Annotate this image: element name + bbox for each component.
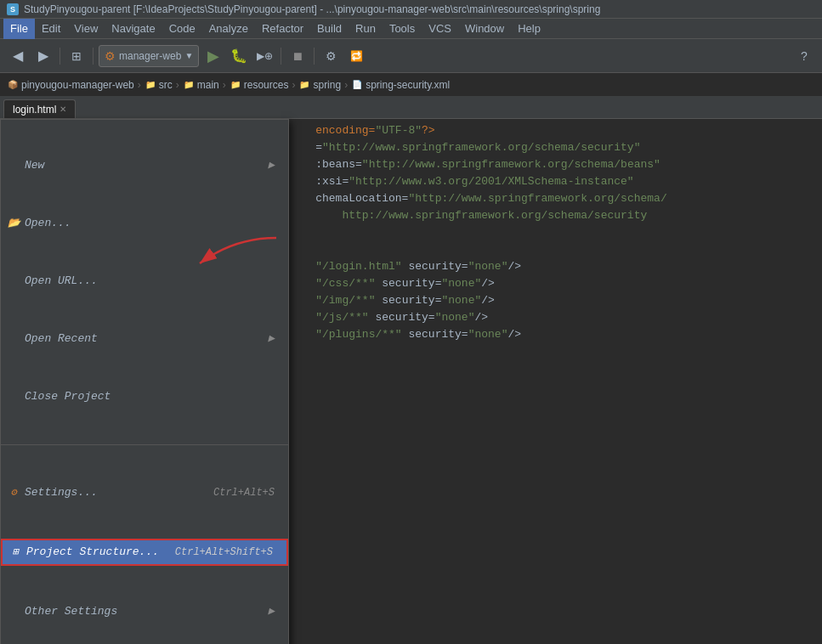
code-line: :beans="http://www.springframework.org/s… [289,156,822,173]
code-line: :xsi="http://www.w3.org/2001/XMLSchema-i… [289,173,822,190]
line-content: ="http://www.springframework.org/schema/… [289,139,815,156]
breadcrumb-src-label: src [159,79,173,91]
src-icon: 📁 [145,79,156,91]
toolbar-sep-3 [281,48,281,65]
debug-button[interactable]: 🐛 [228,45,250,67]
menu-other-settings[interactable]: Other Settings ▶ [1,600,288,624]
menu-bar: File Edit View Navigate Code Analyze Ref… [0,19,822,39]
run-config-icon: ⚙ [105,49,116,63]
project-structure-icon: ⊞ [8,544,23,561]
menu-other-settings-label: Other Settings [25,603,117,620]
breadcrumb-src[interactable]: 📁 src [145,79,173,91]
sep4: › [292,79,295,91]
code-line: "/login.html" security="none"/> [289,258,822,275]
menu-project-structure-label: Project Structure... [26,544,159,561]
breadcrumb-file[interactable]: 📄 spring-security.xml [351,79,450,91]
menu-refactor[interactable]: Refactor [255,19,310,39]
toolbar: ◀ ▶ ⊞ ⚙ manager-web ▼ ▶ 🐛 ▶⊕ ⏹ ⚙ 🔁 ? [0,39,822,73]
menu-edit[interactable]: Edit [35,19,67,39]
menu-open-label: Open... [25,215,71,232]
toolbar-sep-2 [93,48,94,65]
line-content: New ▶ 📂 Open... Open URL... Open Recent … [289,360,815,445]
xml-icon: 📄 [351,79,363,91]
tab-login[interactable]: login.html ✕ [3,99,76,118]
settings-button[interactable]: ⚙ [320,45,342,67]
menu-open-url[interactable]: Open URL... [1,269,288,293]
stop-button[interactable]: ⏹ [286,45,309,67]
vcs-button[interactable]: 🔁 [345,45,367,67]
breadcrumb-main[interactable]: 📁 main [183,79,219,91]
menu-code[interactable]: Code [162,19,202,39]
module-icon: 📦 [7,79,19,91]
code-line [289,343,822,360]
menu-close-project-label: Close Project [25,388,111,405]
menu-new-label: New [25,157,44,174]
breadcrumb-resources-label: resources [244,79,289,91]
coverage-button[interactable]: ▶⊕ [253,45,275,67]
breadcrumb-resources[interactable]: 📁 resources [230,79,289,91]
menu-open[interactable]: 📂 Open... [1,212,288,235]
menu-open-recent[interactable]: Open Recent ▶ [1,327,288,351]
menu-project-structure[interactable]: ⊞ Project Structure... Ctrl+Alt+Shift+S [1,539,288,566]
menu-tools[interactable]: Tools [383,19,422,39]
menu-file[interactable]: File [3,19,35,39]
code-line: "/css/**" security="none"/> [289,275,822,292]
menu-window[interactable]: Window [458,19,511,39]
line-content: "/img/**" security="none"/> [289,292,815,309]
menu-navigate[interactable]: Navigate [105,19,162,39]
code-editor[interactable]: encoding="UTF-8"?> ="http://www.springfr… [0,119,822,644]
breadcrumb-pinyougou[interactable]: 📦 pinyougou-manager-web [7,79,134,91]
sep5: › [344,79,348,91]
folder-icon: 📂 [6,215,21,232]
breadcrumb-bar: 📦 pinyougou-manager-web › 📁 src › 📁 main… [0,73,822,97]
menu-settings[interactable]: ⚙ Settings... Ctrl+Alt+S [1,481,288,505]
menu-build[interactable]: Build [310,19,349,39]
main-area: encoding="UTF-8"?> ="http://www.springfr… [0,119,822,644]
arrow-icon: ▶ [268,157,275,174]
breadcrumb-module: pinyougou-manager-web [21,79,134,91]
run-config-dropdown[interactable]: ⚙ manager-web ▼ [99,45,199,67]
menu-open-url-label: Open URL... [25,273,98,290]
settings-icon: ⚙ [6,484,21,501]
run-config-arrow: ▼ [184,51,193,60]
forward-button[interactable]: ▶ [32,45,54,67]
code-line: chemaLocation="http://www.springframewor… [289,190,822,207]
menu-vcs[interactable]: VCS [422,19,458,39]
sep1: › [138,79,141,91]
title-text: StudyPinyougou-parent [F:\IdeaProjects\S… [24,3,600,15]
tab-close-icon[interactable]: ✕ [60,105,66,114]
project-structure-shortcut: Ctrl+Alt+Shift+S [175,544,273,561]
line-content: encoding="UTF-8"?> [289,122,815,139]
menu-new[interactable]: New ▶ [1,154,288,178]
code-line: "/js/**" security="none"/> [289,309,822,326]
menu-help[interactable]: Help [511,19,547,39]
line-content: chemaLocation="http://www.springframewor… [289,190,815,207]
spring-icon: 📁 [298,79,310,91]
code-line [289,241,822,258]
toolbar-sep-4 [314,48,315,65]
code-line: "/img/**" security="none"/> [289,292,822,309]
recentfiles-button[interactable]: ⊞ [65,45,88,67]
run-config-label: manager-web [119,50,181,62]
help-button[interactable]: ? [793,45,815,67]
menu-run[interactable]: Run [349,19,383,39]
line-content: http://www.springframework.org/schema/se… [289,207,815,224]
run-button[interactable]: ▶ [202,45,224,67]
code-line: "/plugins/**" security="none"/> [289,326,822,343]
line-content: :xsi="http://www.w3.org/2001/XMLSchema-i… [289,173,815,190]
breadcrumb-spring[interactable]: 📁 spring [298,79,341,91]
main-icon: 📁 [183,79,195,91]
app-icon: S [7,3,19,15]
menu-close-project[interactable]: Close Project [1,385,288,409]
code-line: http://www.springframework.org/schema/se… [289,207,822,224]
back-button[interactable]: ◀ [7,45,29,67]
code-line [289,224,822,241]
line-content: "/plugins/**" security="none"/> [289,326,815,343]
menu-analyze[interactable]: Analyze [202,19,255,39]
line-content: "/login.html" security="none"/> [289,258,815,275]
breadcrumb-main-label: main [197,79,219,91]
menu-view[interactable]: View [67,19,105,39]
sep3: › [223,79,226,91]
sep1 [1,444,288,445]
resources-icon: 📁 [230,79,241,91]
